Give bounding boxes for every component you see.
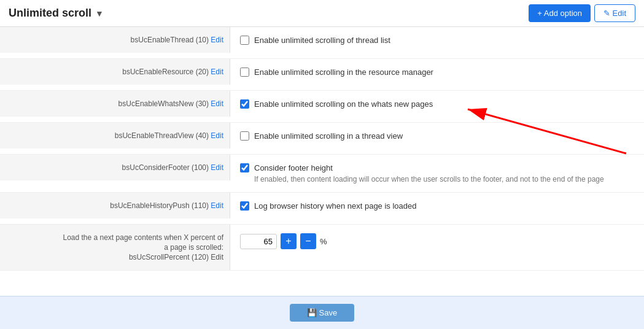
- checkbox-row-bsUcEnableThreadView: Enable unlimited scrolling in a thread v…: [240, 131, 634, 141]
- row-label-bsUcEnableResource: bsUcEnableResource (20) Edit: [0, 59, 230, 85]
- row-desc-bsUcConsiderFooter: If enabled, then content loading will oc…: [240, 175, 634, 184]
- table-row: bsUcEnableResource (20) Edit Enable unli…: [0, 59, 644, 91]
- edit-link-bsUcEnableResource[interactable]: Edit: [211, 68, 223, 76]
- percent-symbol: %: [320, 237, 327, 246]
- decrement-button[interactable]: −: [300, 233, 316, 249]
- checkbox-label-bsUcEnableHistoryPush: Log browser history when next page is lo…: [254, 201, 417, 211]
- scroll-percent-content: + − %: [230, 225, 644, 258]
- label-name-bsUcEnableResource: bsUcEnableResource (20) Edit: [122, 68, 223, 76]
- checkbox-label-bsUcEnableWhatsNew: Enable unlimited scrolling on the whats …: [254, 99, 433, 109]
- edit-link-bsUcEnableThread[interactable]: Edit: [211, 36, 223, 44]
- scroll-edit-link[interactable]: Edit: [211, 253, 223, 261]
- checkbox-bsUcConsiderFooter[interactable]: [240, 163, 249, 172]
- increment-button[interactable]: +: [281, 233, 297, 249]
- edit-link-bsUcEnableThreadView[interactable]: Edit: [211, 131, 223, 140]
- checkbox-label-bsUcConsiderFooter: Consider footer height: [254, 163, 333, 172]
- table-row: bsUcEnableHistoryPush (110) Edit Log bro…: [0, 193, 644, 225]
- checkbox-label-bsUcEnableResource: Enable unlimited scrolling in the resour…: [254, 68, 433, 77]
- checkbox-row-bsUcEnableWhatsNew: Enable unlimited scrolling on the whats …: [240, 99, 634, 109]
- label-name-bsUcConsiderFooter: bsUcConsiderFooter (100) Edit: [122, 163, 223, 172]
- row-content-bsUcEnableHistoryPush: Log browser history when next page is lo…: [230, 193, 644, 219]
- main-content: bsUcEnableThread (10) Edit Enable unlimi…: [0, 27, 644, 329]
- row-content-bsUcEnableThread: Enable unlimited scrolling of thread lis…: [230, 27, 644, 53]
- scroll-label-main: Load the a next page contents when X per…: [63, 233, 223, 242]
- row-label-bsUcEnableThreadView: bsUcEnableThreadView (40) Edit: [0, 123, 230, 149]
- checkbox-bsUcEnableThread[interactable]: [240, 36, 249, 45]
- scroll-label-sub: a page is scrolled:: [164, 243, 223, 252]
- scroll-percent-label: Load the a next page contents when X per…: [0, 225, 230, 270]
- header: Unlimited scroll ▼ + Add option ✎ Edit: [0, 0, 644, 27]
- header-buttons: + Add option ✎ Edit: [529, 4, 635, 22]
- row-label-bsUcEnableHistoryPush: bsUcEnableHistoryPush (110) Edit: [0, 193, 230, 219]
- footer: 💾 Save: [0, 296, 644, 329]
- checkbox-row-bsUcEnableThread: Enable unlimited scrolling of thread lis…: [240, 36, 634, 45]
- scroll-percent-row: Load the a next page contents when X per…: [0, 225, 644, 271]
- edit-link-bsUcEnableHistoryPush[interactable]: Edit: [211, 201, 223, 210]
- label-name-bsUcEnableWhatsNew: bsUcEnableWhatsNew (30) Edit: [118, 99, 223, 108]
- checkbox-bsUcEnableResource[interactable]: [240, 68, 249, 77]
- table-row: bsUcEnableWhatsNew (30) Edit Enable unli…: [0, 91, 644, 123]
- checkbox-row-bsUcEnableHistoryPush: Log browser history when next page is lo…: [240, 201, 634, 211]
- row-content-bsUcEnableThreadView: Enable unlimited scrolling in a thread v…: [230, 123, 644, 149]
- save-button[interactable]: 💾 Save: [290, 304, 354, 322]
- page-title: Unlimited scroll ▼: [9, 7, 104, 20]
- row-label-bsUcEnableWhatsNew: bsUcEnableWhatsNew (30) Edit: [0, 91, 230, 117]
- checkbox-label-bsUcEnableThreadView: Enable unlimited scrolling in a thread v…: [254, 131, 403, 141]
- row-label-bsUcEnableThread: bsUcEnableThread (10) Edit: [0, 27, 230, 53]
- add-option-button[interactable]: + Add option: [529, 4, 591, 22]
- row-content-bsUcEnableWhatsNew: Enable unlimited scrolling on the whats …: [230, 91, 644, 117]
- checkbox-bsUcEnableThreadView[interactable]: [240, 131, 249, 141]
- checkbox-label-bsUcEnableThread: Enable unlimited scrolling of thread lis…: [254, 36, 390, 45]
- edit-link-bsUcEnableWhatsNew[interactable]: Edit: [211, 99, 223, 108]
- title-text: Unlimited scroll: [9, 7, 91, 20]
- checkbox-bsUcEnableHistoryPush[interactable]: [240, 201, 249, 211]
- checkbox-row-bsUcEnableResource: Enable unlimited scrolling in the resour…: [240, 68, 634, 77]
- edit-button[interactable]: ✎ Edit: [594, 4, 635, 22]
- dropdown-arrow-icon[interactable]: ▼: [95, 9, 104, 18]
- table-row: bsUcConsiderFooter (100) Edit Consider f…: [0, 155, 644, 193]
- checkbox-row-bsUcConsiderFooter: Consider footer height: [240, 163, 634, 172]
- table-row: bsUcEnableThread (10) Edit Enable unlimi…: [0, 27, 644, 59]
- label-name-bsUcEnableThread: bsUcEnableThread (10) Edit: [131, 36, 223, 44]
- scroll-label-code: bsUcScrollPercent (120) Edit: [129, 253, 223, 261]
- row-content-bsUcEnableResource: Enable unlimited scrolling in the resour…: [230, 59, 644, 85]
- table-row: bsUcEnableThreadView (40) Edit Enable un…: [0, 123, 644, 155]
- row-label-bsUcConsiderFooter: bsUcConsiderFooter (100) Edit: [0, 155, 230, 180]
- label-name-bsUcEnableThreadView: bsUcEnableThreadView (40) Edit: [115, 131, 223, 140]
- row-content-bsUcConsiderFooter: Consider footer height If enabled, then …: [230, 155, 644, 192]
- label-name-bsUcEnableHistoryPush: bsUcEnableHistoryPush (110) Edit: [110, 201, 223, 210]
- options-list: bsUcEnableThread (10) Edit Enable unlimi…: [0, 27, 644, 296]
- checkbox-bsUcEnableWhatsNew[interactable]: [240, 99, 249, 109]
- edit-link-bsUcConsiderFooter[interactable]: Edit: [211, 163, 223, 172]
- percent-input[interactable]: [240, 234, 277, 249]
